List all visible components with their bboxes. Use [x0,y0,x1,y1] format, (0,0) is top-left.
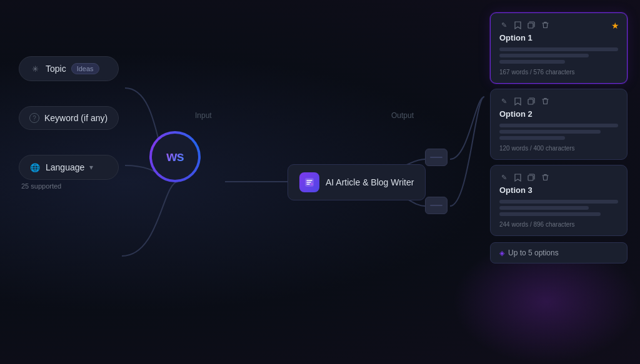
svg-rect-3 [528,99,533,104]
option-3-lines [499,200,618,216]
topic-badge: Ideas [71,63,99,74]
topic-icon: ✳ [29,63,41,74]
output-panel: ✎ ★ Option 1 167 words / 576 characters … [490,12,628,263]
input-panel: ✳ Topic Ideas ? Keyword (if any) 🌐 Langu… [19,56,119,190]
option-3-title: Option 3 [499,185,618,195]
options-count-label: Up to 5 options [508,248,559,257]
copy-icon[interactable] [527,21,536,29]
input-label: Input [195,111,212,120]
option-2-actions: ✎ [499,97,618,106]
keyword-icon: ? [29,113,39,123]
ai-article-icon [299,172,319,192]
language-label: Language [46,162,84,172]
delete-icon-2[interactable] [541,97,549,106]
topic-label: Topic [46,64,66,74]
language-icon: 🌐 [29,162,41,173]
hub-inner: ws [152,134,198,180]
edit-icon[interactable]: ✎ [499,21,508,29]
option-1-meta: 167 words / 576 characters [499,69,618,76]
topic-node[interactable]: ✳ Topic Ideas [19,56,119,81]
option-1-lines [499,47,618,64]
option-3-card[interactable]: ✎ Option 3 244 words / 896 characters [490,165,628,236]
options-count-button[interactable]: ◈ Up to 5 options [490,242,628,263]
option-3-actions: ✎ [499,173,618,182]
delete-icon[interactable] [541,21,549,29]
keyword-label: Keyword (if any) [44,113,108,123]
ai-article-card[interactable]: AI Article & Blog Writer [288,164,426,200]
connector-bottom [425,197,448,214]
option-2-lines [499,124,618,140]
copy-icon-2[interactable] [527,97,536,106]
edit-icon-2[interactable]: ✎ [499,97,508,106]
option-2-card[interactable]: ✎ Option 2 120 words / 400 characters [490,89,628,160]
option-1-title: Option 1 [499,33,618,42]
star-icon[interactable]: ★ [611,21,619,31]
edit-icon-3[interactable]: ✎ [499,173,508,182]
bookmark-icon[interactable] [513,21,522,29]
option-2-meta: 120 words / 400 characters [499,145,618,152]
language-sub: 25 supported [21,182,119,190]
copy-icon-3[interactable] [527,173,536,182]
workflow-hub[interactable]: ws [150,132,200,182]
option-1-actions: ✎ [499,21,618,29]
option-2-title: Option 2 [499,109,618,119]
connector-top [425,149,448,166]
ai-article-title: AI Article & Blog Writer [326,177,414,187]
svg-rect-2 [528,23,533,28]
diamond-icon: ◈ [499,249,504,257]
bookmark-icon-2[interactable] [513,97,522,106]
delete-icon-3[interactable] [541,173,549,182]
option-1-card[interactable]: ✎ ★ Option 1 167 words / 576 characters [490,12,628,84]
bookmark-icon-3[interactable] [513,173,522,182]
option-3-meta: 244 words / 896 characters [499,221,618,228]
output-label: Output [391,111,414,120]
keyword-node[interactable]: ? Keyword (if any) [19,106,119,130]
language-node[interactable]: 🌐 Language ▾ 25 supported [19,155,119,190]
svg-rect-4 [528,175,533,180]
language-dropdown-icon: ▾ [89,163,93,172]
hub-logo: ws [166,149,183,165]
svg-point-1 [311,183,313,185]
